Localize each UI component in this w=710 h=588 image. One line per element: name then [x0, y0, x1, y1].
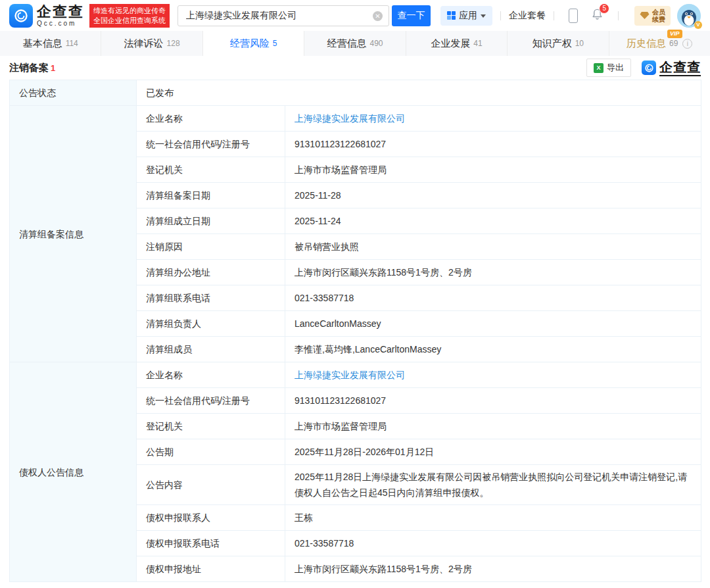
tab-label: 经营风险 [230, 37, 270, 50]
brand-slogan: 缔造有远见的商业传奇 全国企业信用查询系统 [89, 4, 170, 28]
info-icon[interactable]: i [682, 39, 692, 49]
value-cell: 2025-11-28 [285, 183, 701, 208]
notifications-button[interactable]: 5 [591, 8, 604, 23]
tab-business-info[interactable]: 经营信息490 [304, 31, 406, 56]
diamond-icon [640, 11, 650, 20]
value-cell: 上海市市场监督管理局 [285, 414, 701, 439]
value-cell: 李惟谨,葛均锋,LanceCarltonMassey [285, 337, 701, 362]
tab-bar: 基本信息114法律诉讼128经营风险5经营信息490企业发展41知识产权10历史… [0, 31, 710, 56]
value-cell: 913101123122681027 [285, 132, 701, 157]
tab-business-risk[interactable]: 经营风险5 [203, 31, 304, 56]
avatar[interactable]: V [677, 4, 701, 28]
tab-label: 基本信息 [23, 37, 62, 50]
slogan-line-2: 全国企业信用查询系统 [93, 16, 166, 26]
table-wrap: 公告状态已发布清算组备案信息企业名称上海绿捷实业发展有限公司统一社会信用代码/注… [0, 80, 710, 582]
export-button[interactable]: X 导出 [586, 59, 631, 77]
field-label-cell: 债权申报联系电话 [137, 531, 285, 556]
qcc-watermark-icon [642, 61, 656, 75]
field-label-cell: 登记机关 [137, 414, 285, 439]
tab-label: 法律诉讼 [124, 37, 164, 50]
tab-enterprise-development[interactable]: 企业发展41 [406, 31, 508, 56]
field-label-cell: 债权申报联系人 [137, 505, 285, 531]
field-label-cell: 清算组成员 [137, 337, 285, 362]
header: 企查查 Qcc.com 缔造有远见的商业传奇 全国企业信用查询系统 ✕ 查一下 … [0, 0, 710, 31]
field-label-cell: 清算组成立日期 [137, 208, 285, 234]
field-label-cell: 清算组备案日期 [137, 183, 285, 208]
field-label-cell: 债权申报地址 [137, 556, 285, 582]
vip-renew-button[interactable]: 会员 续费 [634, 6, 671, 26]
clear-search-icon[interactable]: ✕ [373, 11, 383, 21]
field-label-cell: 清算组负责人 [137, 311, 285, 337]
qcc-watermark-text: 企查查 [659, 60, 701, 76]
value-cell: 913101123122681027 [285, 388, 701, 414]
tab-count: 69VIP [669, 39, 678, 48]
tab-label: 知识产权 [532, 37, 572, 50]
tab-label: 经营信息 [327, 37, 366, 50]
tab-history-info[interactable]: 历史信息69VIPi [609, 31, 710, 56]
group-label-cell: 公告状态 [10, 80, 137, 106]
value-cell: 已发布 [137, 80, 701, 106]
value-cell: 上海市市场监督管理局 [285, 157, 701, 183]
grid-icon [447, 11, 456, 20]
field-label-cell: 公告期 [137, 439, 285, 465]
qcc-logo-glyph [13, 8, 29, 24]
vip-badge: VIP [667, 30, 682, 38]
record-count-badge: 1 [51, 63, 55, 73]
qcc-watermark-logo: 企查查 [642, 60, 701, 76]
field-label-cell: 登记机关 [137, 157, 285, 183]
tab-count: 114 [66, 39, 78, 48]
tab-count: 5 [273, 39, 277, 48]
filing-table: 公告状态已发布清算组备案信息企业名称上海绿捷实业发展有限公司统一社会信用代码/注… [9, 80, 701, 582]
value-cell: 上海绿捷实业发展有限公司 [285, 106, 701, 132]
field-label-cell: 统一社会信用代码/注册号 [137, 132, 285, 157]
vip-renew-label: 会员 续费 [652, 9, 665, 23]
group-label-cell: 债权人公告信息 [10, 362, 137, 582]
brand-name: 企查查 [37, 5, 84, 19]
filing-table-body: 公告状态已发布清算组备案信息企业名称上海绿捷实业发展有限公司统一社会信用代码/注… [10, 80, 701, 582]
table-row: 公告状态已发布 [10, 80, 701, 106]
table-row: 清算组备案信息企业名称上海绿捷实业发展有限公司 [10, 106, 701, 132]
apps-label: 应用 [459, 10, 477, 22]
tab-count: 128 [167, 39, 180, 48]
search-input[interactable] [178, 6, 389, 26]
field-label-cell: 企业名称 [137, 106, 285, 132]
divider [500, 11, 501, 20]
tab-label: 企业发展 [431, 37, 470, 50]
mobile-app-icon[interactable] [569, 9, 578, 23]
field-label-cell: 统一社会信用代码/注册号 [137, 388, 285, 414]
brand-block[interactable]: 企查查 Qcc.com [37, 5, 84, 27]
excel-icon: X [594, 63, 604, 73]
group-label-cell: 清算组备案信息 [10, 106, 137, 362]
tab-count: 10 [575, 39, 584, 48]
value-cell: LanceCarltonMassey [285, 311, 701, 337]
tab-legal-proceedings[interactable]: 法律诉讼128 [101, 31, 202, 56]
value-cell: 2025年11月28日上海绿捷实业发展有限公司因被吊销营业执照拟向公司登记机关申… [285, 465, 701, 505]
tab-basic-info[interactable]: 基本信息114 [0, 31, 101, 56]
value-cell: 2025-11-24 [285, 208, 701, 234]
field-label-cell: 公告内容 [137, 465, 285, 505]
tab-intellectual-property[interactable]: 知识产权10 [508, 31, 609, 56]
tab-count: 41 [473, 39, 482, 48]
search-box: ✕ [178, 5, 389, 26]
qcc-logo-icon[interactable] [9, 4, 33, 28]
divider [618, 11, 619, 20]
export-label: 导出 [607, 62, 624, 74]
value-cell: 2025年11月28日-2026年01月12日 [285, 439, 701, 465]
company-link[interactable]: 上海绿捷实业发展有限公司 [295, 370, 405, 380]
value-cell: 上海绿捷实业发展有限公司 [285, 362, 701, 388]
apps-menu-button[interactable]: 应用 [440, 6, 492, 26]
section-actions: X 导出 企查查 [586, 59, 701, 77]
value-cell: 021-33587718 [285, 531, 701, 556]
brand-domain: Qcc.com [37, 20, 84, 27]
avatar-vip-badge: V [694, 21, 702, 29]
enterprise-package-link[interactable]: 企业套餐 [509, 10, 546, 22]
table-row: 债权人公告信息企业名称上海绿捷实业发展有限公司 [10, 362, 701, 388]
slogan-line-1: 缔造有远见的商业传奇 [93, 6, 166, 16]
field-label-cell: 清算组联系电话 [137, 285, 285, 311]
page-title: 注销备案 [9, 62, 49, 74]
company-link[interactable]: 上海绿捷实业发展有限公司 [295, 113, 405, 124]
divider [554, 11, 554, 20]
search-button[interactable]: 查一下 [392, 5, 431, 26]
field-label-cell: 清算组办公地址 [137, 260, 285, 285]
header-nav: 应用 企业套餐 5 会员 续费 [440, 4, 701, 28]
